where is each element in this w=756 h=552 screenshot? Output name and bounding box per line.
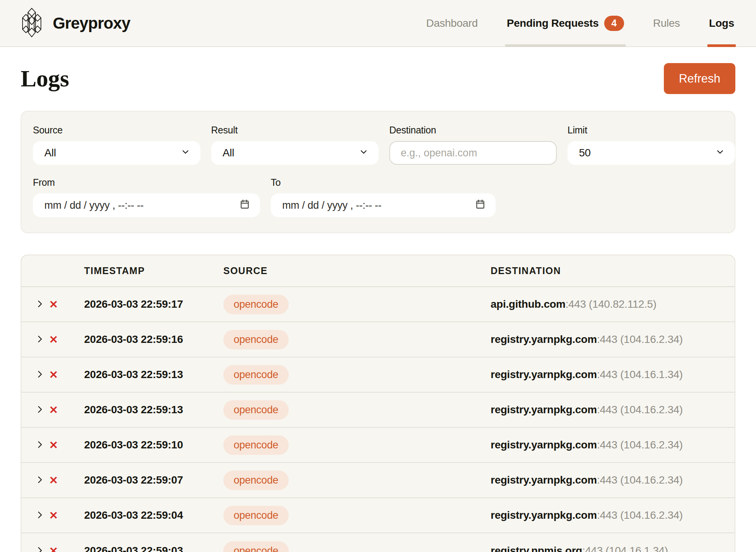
column-header-source: SOURCE: [210, 265, 478, 276]
chevron-right-icon: [35, 546, 45, 552]
nav-item-pending-requests[interactable]: Pending Requests 4: [507, 0, 624, 46]
log-row: ✕ 2026-03-03 22:59:17 opencode api.githu…: [21, 287, 735, 322]
nav-label: Dashboard: [426, 17, 478, 29]
source-badge: opencode: [223, 435, 289, 455]
destination-cell: registry.yarnpkg.com:443 (104.16.1.34): [478, 369, 723, 381]
timestamp-cell: 2026-03-03 22:59:16: [68, 333, 210, 346]
log-row: ✕ 2026-03-03 22:59:13 opencode registry.…: [21, 393, 735, 428]
delete-row-button[interactable]: ✕: [47, 508, 60, 522]
source-select[interactable]: All: [33, 141, 200, 165]
refresh-button[interactable]: Refresh: [664, 63, 735, 94]
filter-to: To mm / dd / yyyy , --:-- --: [271, 177, 496, 217]
destination-cell: registry.yarnpkg.com:443 (104.16.2.34): [478, 439, 723, 451]
chevron-right-icon: [35, 475, 45, 486]
chevron-right-icon: [35, 404, 45, 416]
nav-underline-gray: [505, 44, 625, 47]
nav-label: Logs: [709, 17, 734, 29]
result-select[interactable]: All: [211, 141, 379, 165]
log-row: ✕ 2026-03-03 22:59:13 opencode registry.…: [21, 357, 735, 393]
log-row: ✕ 2026-03-03 22:59:10 opencode registry.…: [21, 428, 735, 463]
delete-row-button[interactable]: ✕: [47, 333, 60, 346]
source-cell: opencode: [210, 295, 478, 314]
destination-host: registry.npmjs.org: [491, 545, 582, 552]
delete-row-button[interactable]: ✕: [47, 473, 60, 487]
delete-row-button[interactable]: ✕: [47, 403, 60, 417]
source-badge: opencode: [223, 506, 289, 525]
x-icon: ✕: [49, 369, 58, 381]
calendar-icon[interactable]: [239, 199, 250, 212]
timestamp-cell: 2026-03-03 22:59:03: [68, 545, 210, 552]
delete-row-button[interactable]: ✕: [47, 544, 60, 552]
table-header-row: TIMESTAMP SOURCE DESTINATION: [21, 255, 735, 287]
destination-host: registry.yarnpkg.com: [491, 439, 597, 451]
app-header: Greyproxy Dashboard Pending Requests 4 R…: [0, 0, 756, 47]
filter-result: Result All: [211, 125, 379, 165]
expand-row-button[interactable]: [33, 333, 47, 346]
timestamp-cell: 2026-03-03 22:59:13: [68, 404, 210, 416]
calendar-icon[interactable]: [475, 199, 486, 212]
to-datetime-input[interactable]: mm / dd / yyyy , --:-- --: [271, 193, 496, 217]
destination-port-ip: :443 (104.16.2.34): [597, 439, 683, 451]
expand-row-button[interactable]: [33, 544, 47, 552]
timestamp-cell: 2026-03-03 22:59:04: [68, 509, 210, 521]
expand-row-button[interactable]: [33, 297, 47, 311]
destination-input[interactable]: [389, 141, 557, 165]
expand-row-button[interactable]: [33, 368, 47, 382]
destination-cell: registry.yarnpkg.com:443 (104.16.2.34): [478, 404, 723, 416]
page-title: Logs: [21, 65, 69, 92]
x-icon: ✕: [49, 509, 58, 522]
nav-item-logs[interactable]: Logs: [709, 0, 734, 46]
delete-row-button[interactable]: ✕: [47, 438, 60, 452]
nav-item-rules[interactable]: Rules: [653, 0, 680, 46]
nav-underline-active: [707, 44, 736, 47]
delete-row-button[interactable]: ✕: [47, 368, 60, 382]
to-label: To: [271, 177, 496, 188]
main-nav: Dashboard Pending Requests 4 Rules Logs: [426, 0, 734, 46]
chevron-right-icon: [35, 510, 45, 521]
chevron-right-icon: [35, 299, 45, 310]
limit-select[interactable]: 50: [567, 141, 735, 165]
source-cell: opencode: [210, 435, 478, 455]
pending-count-badge: 4: [604, 16, 624, 31]
destination-cell: registry.yarnpkg.com:443 (104.16.2.34): [478, 474, 723, 486]
log-row: ✕ 2026-03-03 22:59:03 opencode registry.…: [21, 533, 735, 552]
source-cell: opencode: [210, 400, 478, 420]
source-badge: opencode: [223, 295, 289, 314]
timestamp-cell: 2026-03-03 22:59:07: [68, 474, 210, 486]
log-row: ✕ 2026-03-03 22:59:16 opencode registry.…: [21, 322, 735, 357]
to-value: mm / dd / yyyy , --:-- --: [282, 200, 475, 211]
destination-port-ip: :443 (104.16.2.34): [597, 333, 683, 345]
x-icon: ✕: [49, 404, 58, 416]
from-datetime-input[interactable]: mm / dd / yyyy , --:-- --: [33, 193, 260, 217]
limit-label: Limit: [567, 125, 735, 136]
column-header-timestamp: TIMESTAMP: [68, 265, 210, 276]
destination-port-ip: :443 (104.16.1.34): [597, 369, 683, 380]
expand-row-button[interactable]: [33, 508, 47, 522]
brand-name: Greyproxy: [53, 14, 130, 32]
delete-row-button[interactable]: ✕: [47, 297, 60, 311]
destination-host: registry.yarnpkg.com: [491, 474, 597, 486]
filter-source: Source All: [33, 125, 200, 165]
source-value: All: [44, 147, 180, 159]
expand-row-button[interactable]: [33, 438, 47, 452]
timestamp-cell: 2026-03-03 22:59:13: [68, 369, 210, 381]
destination-port-ip: :443 (104.16.2.34): [597, 474, 683, 486]
result-value: All: [223, 147, 359, 159]
greyproxy-logo-icon: [21, 7, 43, 40]
destination-port-ip: :443 (104.16.2.34): [597, 509, 683, 521]
result-label: Result: [211, 125, 379, 136]
nav-label: Rules: [653, 17, 680, 29]
chevron-down-icon: [359, 147, 369, 159]
x-icon: ✕: [49, 545, 58, 552]
destination-host: registry.yarnpkg.com: [491, 369, 597, 380]
brand: Greyproxy: [21, 7, 130, 40]
nav-item-dashboard[interactable]: Dashboard: [426, 0, 478, 46]
timestamp-cell: 2026-03-03 22:59:17: [68, 298, 210, 310]
x-icon: ✕: [49, 439, 58, 451]
destination-port-ip: :443 (104.16.2.34): [597, 404, 683, 416]
source-badge: opencode: [223, 365, 289, 385]
expand-row-button[interactable]: [33, 473, 47, 487]
destination-port-ip: :443 (104.16.1.34): [582, 545, 668, 552]
expand-row-button[interactable]: [33, 403, 47, 417]
source-badge: opencode: [223, 400, 289, 420]
